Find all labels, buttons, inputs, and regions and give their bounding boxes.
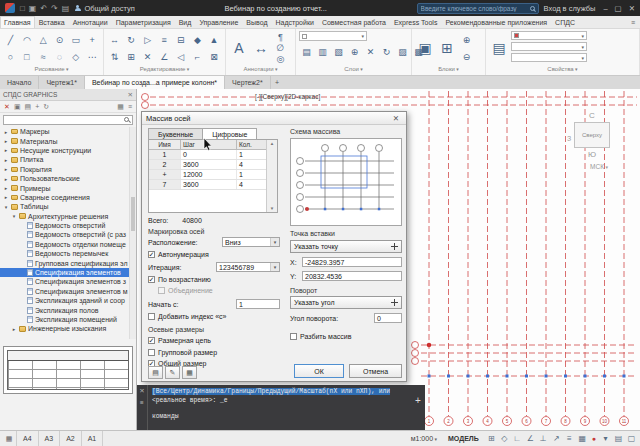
tree-item[interactable]: Инженерные изыскания — [0, 324, 129, 333]
grid-row[interactable]: 2 3600 4 — [149, 160, 277, 170]
scale-selector[interactable]: м1:000 — [406, 435, 442, 442]
tree-item[interactable]: Архитектурные решения — [0, 212, 129, 221]
text-tool-icon[interactable]: A — [229, 31, 249, 65]
notes-icon[interactable]: ▤ — [148, 366, 163, 379]
model-space-button[interactable]: МОДЕЛЬ — [442, 435, 485, 442]
doc-tab[interactable]: Чертеж1* — [39, 76, 85, 89]
block-insert-icon[interactable]: ▣ — [415, 31, 435, 65]
grid-cell-count[interactable]: 4 — [237, 160, 267, 169]
ribbon-tool-icon[interactable]: ∅ — [273, 42, 288, 53]
tree-expander[interactable] — [3, 166, 9, 172]
status-toggle-icon[interactable]: ∠ — [524, 433, 537, 445]
command-close-icon[interactable]: ✕ — [139, 387, 144, 395]
properties-icon[interactable]: ▤ — [489, 31, 509, 65]
ribbon-tool-icon[interactable]: ∠ — [157, 48, 172, 65]
tree-expander[interactable] — [3, 147, 9, 153]
iteration-select[interactable]: 123456789 ▾ — [216, 262, 280, 272]
tree-item[interactable]: Спецификация элементов м — [0, 287, 129, 296]
status-toggle-icon[interactable]: ⊞ — [485, 433, 498, 445]
dimension-tool-icon[interactable]: ↔ — [251, 31, 271, 65]
ribbon-tab[interactable]: Главная — [0, 16, 35, 28]
block-create-icon[interactable]: ⊞ — [437, 31, 457, 65]
grid-cell-count[interactable]: 1 — [237, 170, 267, 179]
tree-item[interactable]: Несущие конструкции — [0, 146, 129, 155]
tree-scrollbar[interactable] — [129, 127, 136, 339]
grid-row[interactable]: 1 0 1 — [149, 150, 277, 160]
ribbon-tool-icon[interactable]: ⊖ — [459, 48, 474, 65]
doc-tab[interactable]: Чертеж2* — [225, 76, 271, 89]
share-button[interactable]: Общий доступ — [74, 4, 134, 13]
tree-item[interactable]: Ведомость отделки помеще — [0, 240, 129, 249]
grid-cell-step[interactable]: 0 — [181, 150, 237, 159]
dim-checkbox[interactable] — [148, 337, 155, 344]
status-toggle-icon[interactable]: ▦ — [576, 433, 589, 445]
palette-tool-icon[interactable]: + — [35, 103, 39, 111]
autonumber-checkbox[interactable] — [148, 251, 155, 258]
ribbon-tool-icon[interactable]: ╱ — [3, 31, 18, 48]
tree-expander[interactable] — [11, 326, 17, 332]
ribbon-tool-icon[interactable]: ▧ — [331, 43, 346, 60]
tree-item[interactable]: Ведомость перемычек — [0, 249, 129, 258]
ribbon-tool-icon[interactable]: ▤ — [299, 43, 314, 60]
status-toggle-icon[interactable]: ▾ — [599, 433, 612, 445]
ok-button[interactable]: ОК — [294, 364, 344, 378]
maximize-button[interactable]: ▢ — [615, 4, 622, 13]
sheet-tab[interactable]: А4 — [17, 431, 39, 446]
ribbon-tool-icon[interactable]: ▲ — [206, 31, 221, 48]
group-caption[interactable]: Слои — [296, 66, 411, 75]
viewcube-top-face[interactable]: Сверху — [574, 122, 610, 148]
palette-tool-icon[interactable]: ▣ — [14, 103, 21, 111]
ribbon-tool-icon[interactable]: ◎ — [273, 53, 288, 64]
command-history[interactable]: [Все/Центр/Динамика/Границы/Предыдущий/М… — [148, 385, 425, 430]
tree-item[interactable]: Спецификация элементов — [0, 268, 129, 277]
ribbon-tool-icon[interactable]: ⊕ — [459, 31, 474, 48]
ribbon-tool-icon[interactable]: ◁ — [173, 48, 188, 65]
titlebar-search[interactable] — [417, 3, 539, 14]
group-caption[interactable]: Рисование — [0, 66, 103, 75]
dim-checkbox-row[interactable]: Размерная цепь — [148, 335, 284, 347]
search-input[interactable] — [421, 5, 528, 12]
grid-cell-name[interactable]: 7 — [149, 180, 181, 189]
ribbon-tool-icon[interactable]: ▥ — [315, 43, 330, 60]
grid-cell-count[interactable]: 1 — [237, 150, 267, 159]
palette-search-box[interactable] — [3, 115, 133, 125]
tree-item[interactable]: Покрытия — [0, 165, 129, 174]
ribbon-tool-icon[interactable]: ▷ — [140, 31, 155, 48]
tree-item[interactable]: Плитка — [0, 155, 129, 164]
ribbon-tab[interactable]: Вставка — [35, 16, 69, 28]
grid-row[interactable]: + 12000 1 — [149, 170, 277, 180]
ribbon-tab[interactable]: Надстройки — [271, 16, 317, 28]
palette-tool-icon[interactable]: ▦ — [117, 103, 124, 111]
ribbon-tool-icon[interactable]: □ — [19, 48, 34, 65]
ribbon-tool-icon[interactable]: ↻ — [379, 43, 394, 60]
group-caption[interactable]: Аннотации — [226, 66, 295, 75]
ribbon-tool-icon[interactable]: ↔ — [107, 31, 122, 48]
ribbon-tool-icon[interactable]: ○ — [3, 48, 18, 65]
scroll-thumb[interactable] — [131, 197, 135, 231]
ribbon-tool-icon[interactable]: ⊟ — [173, 31, 188, 48]
ribbon-tool-icon[interactable]: ⊠ — [206, 48, 221, 65]
tree-expander[interactable] — [3, 194, 9, 200]
tree-item[interactable]: Экспликация зданий и соор — [0, 296, 129, 305]
grid-cell-step[interactable]: 3600 — [181, 180, 237, 189]
ribbon-tool-icon[interactable]: + — [85, 31, 100, 48]
tree-item[interactable]: Ведомость отверстий (с раз — [0, 230, 129, 239]
qat-icon[interactable]: ▣ — [29, 4, 37, 13]
qat-icon[interactable]: ▤ — [62, 4, 70, 13]
record-icon[interactable]: ● — [589, 435, 599, 442]
tree-expander[interactable] — [3, 138, 9, 144]
tree-item[interactable]: Маркеры — [0, 127, 129, 136]
drawing-canvas[interactable]: 1234567891011 [-][Сверху][2D-каркас] С З… — [137, 89, 640, 430]
new-tab-button[interactable]: + — [271, 76, 284, 89]
ribbon-tab[interactable]: Express Tools — [390, 16, 441, 28]
viewport-controls[interactable]: [-][Сверху][2D-каркас] — [255, 93, 320, 100]
palette-tool-icon[interactable]: ▤ — [25, 103, 32, 111]
grid-row[interactable]: 7 3600 4 — [149, 180, 277, 190]
ribbon-tool-icon[interactable]: △ — [36, 31, 51, 48]
qat-icon[interactable]: □ — [20, 4, 25, 13]
index-checkbox[interactable] — [148, 313, 155, 320]
palette-tool-icon[interactable]: ✕ — [4, 103, 10, 111]
scroll-down-icon[interactable]: ▼ — [270, 206, 274, 211]
tree-item[interactable]: Таблицы — [0, 202, 129, 211]
ribbon-tool-icon[interactable]: ◌ — [52, 48, 67, 65]
